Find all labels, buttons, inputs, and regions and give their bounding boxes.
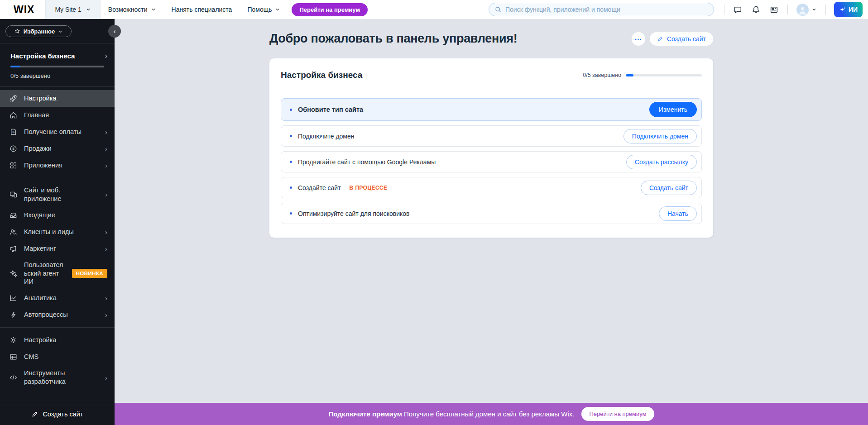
task-row: Подключите доменПодключить домен — [281, 125, 702, 147]
favorites-row: Избранное — [0, 19, 115, 43]
sidebar-item[interactable]: Инструменты разработчика› — [0, 365, 115, 390]
sidebar-item[interactable]: Аналитика› — [0, 290, 115, 306]
task-label: Продвигайте сайт с помощью Google Реклам… — [298, 158, 436, 166]
premium-banner-text: Подключите премиумПолучите бесплатный до… — [328, 410, 574, 418]
contacts-icon — [9, 228, 18, 236]
sidebar-item[interactable]: CMS — [0, 349, 115, 365]
task-action-button[interactable]: Создать сайт — [641, 181, 697, 195]
sidebar-create-site-button[interactable]: Создать сайт — [0, 403, 115, 425]
task-status-badge: В ПРОЦЕССЕ — [350, 185, 388, 191]
task-action-button[interactable]: Начать — [659, 206, 697, 221]
business-setup-summary[interactable]: Настройка бизнеса › 0/5 завершено — [0, 43, 115, 86]
sidebar: Избранное Настройка бизнеса › 0/5 заверш… — [0, 19, 115, 425]
top-nav-label: Помощь — [247, 6, 272, 13]
more-actions-button[interactable]: ... — [632, 32, 645, 46]
svg-text:$: $ — [12, 130, 14, 134]
setup-progress-track — [10, 66, 104, 67]
task-row: Оптимизируйте сайт для поисковиковНачать — [281, 203, 702, 224]
business-setup-title: Настройка бизнеса — [10, 52, 75, 60]
setup-progress-label: 0/5 завершено — [10, 72, 107, 79]
sidebar-item-label: Настройка — [24, 336, 107, 344]
account-menu[interactable] — [796, 4, 817, 16]
cms-icon — [9, 353, 18, 361]
sidebar-create-site-label: Создать сайт — [43, 411, 83, 418]
top-nav-label: Нанять специалиста — [172, 6, 232, 13]
go-premium-button[interactable]: Перейти на премиум — [292, 3, 368, 16]
sidebar-item[interactable]: Сайт и моб. приложение› — [0, 182, 115, 207]
sparkle-icon — [9, 269, 18, 277]
analytics-icon — [9, 294, 18, 302]
task-action-button[interactable]: Изменить — [649, 102, 697, 117]
top-navigation: ВозможностиНанять специалистаПомощь — [101, 0, 288, 19]
task-label: Оптимизируйте сайт для поисковиков — [298, 210, 410, 217]
sidebar-item[interactable]: Главная — [0, 107, 115, 124]
sidebar-item-label: Инструменты разработчика — [24, 369, 99, 386]
sidebar-item-label: Входящие — [24, 211, 107, 220]
site-selector-label: My Site 1 — [55, 6, 81, 13]
sidebar-item[interactable]: Приложения› — [0, 157, 115, 174]
task-bullet-icon — [290, 109, 292, 111]
create-site-button[interactable]: Создать сайт — [650, 32, 713, 46]
premium-banner: Подключите премиумПолучите бесплатный до… — [115, 403, 868, 425]
sidebar-item[interactable]: Пользовательский агент ИИНОВИНКА — [0, 257, 115, 290]
svg-text:$: $ — [12, 147, 14, 151]
topbar-icons — [724, 4, 826, 16]
page-header: Добро пожаловать в панель управления! ..… — [269, 32, 713, 46]
new-badge: НОВИНКА — [72, 269, 107, 278]
site-selector[interactable]: My Site 1 — [45, 0, 100, 19]
sidebar-item[interactable]: Автопроцессы› — [0, 306, 115, 323]
pencil-icon — [31, 411, 38, 418]
chat-icon[interactable] — [733, 5, 743, 14]
star-icon — [14, 28, 20, 34]
top-nav-item-0[interactable]: Возможности — [101, 0, 164, 19]
task-row: Обновите тип сайтаИзменить — [281, 98, 702, 121]
notifications-bell-icon[interactable] — [751, 5, 761, 14]
task-bullet-icon — [290, 212, 292, 215]
task-label: Создайте сайт — [298, 184, 341, 191]
invoice-icon: $ — [9, 128, 18, 136]
sidebar-item[interactable]: Маркетинг› — [0, 240, 115, 257]
devices-icon — [9, 190, 18, 199]
sidebar-item-label: Клиенты и лиды — [24, 228, 99, 236]
sidebar-item-label: Получение оплаты — [24, 128, 99, 136]
sidebar-nav: НастройкаГлавная$Получение оплаты›$Прода… — [0, 87, 115, 393]
chevron-right-icon: › — [105, 374, 107, 382]
favorites-button[interactable]: Избранное — [5, 25, 72, 37]
sidebar-item[interactable]: Клиенты и лиды› — [0, 224, 115, 240]
sparkle-icon — [839, 6, 846, 13]
search-icon — [494, 6, 502, 13]
ai-assistant-button[interactable]: ИИ — [834, 2, 863, 17]
chevron-down-icon — [811, 7, 817, 12]
news-feed-icon[interactable] — [769, 5, 779, 14]
sidebar-item[interactable]: Настройка — [0, 332, 115, 349]
sidebar-item-label: Пользовательский агент ИИ — [24, 261, 66, 287]
task-list: Обновите тип сайтаИзменитьПодключите дом… — [281, 98, 702, 224]
automation-icon — [9, 310, 18, 319]
premium-banner-desc: Получите бесплатный домен и сайт без рек… — [404, 410, 575, 418]
sidebar-item-label: Настройка — [24, 94, 107, 103]
premium-banner-button[interactable]: Перейти на премиум — [581, 407, 654, 421]
task-action-button[interactable]: Подключить домен — [623, 129, 697, 143]
pencil-icon — [657, 36, 663, 42]
main-content: ‹ Добро пожаловать в панель управления! … — [115, 19, 868, 403]
sidebar-item-label: Приложения — [24, 161, 99, 170]
inbox-icon — [9, 211, 18, 220]
card-progress-fill — [626, 74, 633, 76]
ai-button-label: ИИ — [849, 6, 858, 13]
chevron-right-icon: › — [105, 128, 107, 136]
search-input[interactable] — [505, 6, 708, 13]
divider — [787, 5, 788, 14]
global-search[interactable] — [489, 3, 714, 16]
task-action-button[interactable]: Создать рассылку — [626, 155, 697, 169]
chevron-right-icon: › — [105, 162, 107, 169]
sidebar-item[interactable]: $Получение оплаты› — [0, 124, 115, 140]
sidebar-item[interactable]: Настройка — [0, 90, 115, 107]
sidebar-item[interactable]: Входящие — [0, 207, 115, 224]
top-nav-item-1[interactable]: Нанять специалиста — [164, 0, 240, 19]
sidebar-collapse-button[interactable]: ‹ — [108, 25, 121, 38]
topbar: WIX My Site 1 ВозможностиНанять специали… — [0, 0, 868, 19]
sidebar-item[interactable]: $Продажи› — [0, 140, 115, 157]
top-nav-item-2[interactable]: Помощь — [240, 0, 288, 19]
premium-banner-bold: Подключите премиум — [328, 410, 402, 418]
divider — [0, 327, 115, 328]
